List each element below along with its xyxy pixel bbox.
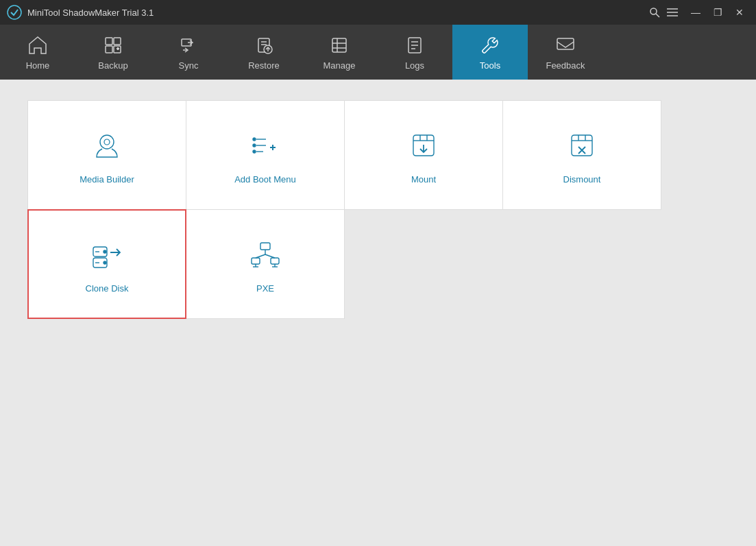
tool-pxe[interactable]: PXE (186, 209, 345, 319)
maximize-button[interactable]: ❐ (708, 5, 727, 20)
tool-add-boot-menu[interactable]: Add Boot Menu (186, 100, 345, 210)
svg-point-29 (253, 150, 256, 153)
svg-point-25 (253, 138, 256, 141)
add-boot-menu-icon (246, 126, 284, 165)
nav-feedback-label: Feedback (546, 60, 585, 71)
manage-icon (328, 34, 350, 56)
tools-grid: Media Builder Add Boot Men (27, 100, 729, 318)
svg-rect-7 (114, 38, 121, 45)
logs-icon (404, 34, 426, 56)
nav-home-label: Home (26, 60, 50, 71)
mount-icon (404, 126, 443, 165)
backup-icon (102, 34, 124, 56)
tool-clone-disk[interactable]: Clone Disk (27, 209, 186, 319)
svg-point-0 (8, 5, 21, 19)
nav-logs[interactable]: Logs (377, 25, 452, 80)
nav-backup[interactable]: Backup (75, 25, 151, 80)
media-builder-icon (88, 126, 126, 165)
nav-backup-label: Backup (98, 60, 127, 71)
feedback-icon (554, 34, 576, 56)
pxe-label: PXE (256, 283, 274, 294)
home-icon (27, 34, 49, 56)
nav-bar: Home Backup Sync (0, 25, 756, 80)
nav-logs-label: Logs (405, 60, 424, 71)
tool-media-builder[interactable]: Media Builder (27, 100, 186, 210)
title-bar: MiniTool ShadowMaker Trial 3.1 — ❐ ✕ (0, 0, 756, 25)
svg-point-33 (103, 250, 106, 253)
add-boot-menu-label: Add Boot Menu (234, 174, 296, 185)
nav-manage[interactable]: Manage (302, 25, 377, 80)
svg-point-1 (650, 8, 657, 14)
svg-rect-38 (260, 243, 270, 250)
close-button[interactable]: ✕ (730, 5, 749, 20)
mount-label: Mount (411, 174, 436, 185)
svg-rect-6 (106, 38, 112, 45)
app-title: MiniTool ShadowMaker Trial 3.1 (27, 8, 648, 18)
nav-restore-label: Restore (248, 60, 280, 71)
dismount-icon (563, 126, 601, 165)
nav-sync-label: Sync (179, 60, 199, 71)
svg-point-36 (103, 261, 106, 264)
svg-point-23 (104, 139, 110, 145)
tool-mount[interactable]: Mount (344, 100, 503, 210)
tools-row-2: Clone Disk (27, 209, 729, 318)
svg-rect-43 (271, 258, 279, 264)
svg-point-27 (253, 144, 256, 147)
nav-tools[interactable]: Tools (452, 25, 528, 80)
svg-rect-40 (252, 258, 260, 264)
clone-disk-icon (88, 235, 126, 274)
dismount-label: Dismount (563, 174, 601, 185)
tools-row-1: Media Builder Add Boot Men (27, 100, 729, 209)
pxe-icon (246, 235, 284, 274)
tool-dismount[interactable]: Dismount (502, 100, 661, 210)
minimize-button[interactable]: — (686, 5, 705, 20)
svg-rect-13 (332, 38, 346, 52)
media-builder-label: Media Builder (80, 174, 134, 185)
content-area: Media Builder Add Boot Men (0, 80, 756, 546)
clone-disk-label: Clone Disk (86, 283, 129, 294)
window-controls: — ❐ ✕ (686, 5, 749, 20)
tools-icon (479, 34, 501, 56)
menu-button[interactable] (666, 5, 679, 19)
svg-rect-8 (106, 46, 112, 53)
sync-icon (178, 34, 199, 56)
nav-restore[interactable]: Restore (226, 25, 302, 80)
svg-line-2 (656, 14, 659, 17)
nav-feedback[interactable]: Feedback (528, 25, 603, 80)
app-logo (7, 5, 22, 20)
search-button[interactable] (648, 5, 661, 19)
nav-tools-label: Tools (480, 60, 500, 71)
nav-home[interactable]: Home (0, 25, 75, 80)
nav-manage-label: Manage (324, 60, 356, 71)
svg-point-22 (100, 135, 114, 149)
nav-sync[interactable]: Sync (151, 25, 226, 80)
restore-icon (253, 34, 275, 56)
